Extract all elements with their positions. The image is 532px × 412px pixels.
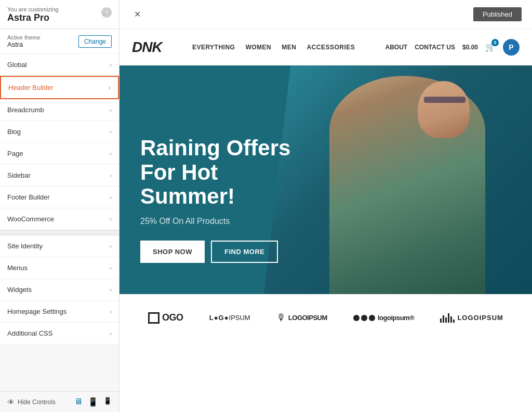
hide-controls-button[interactable]: 👁 Hide Controls <box>7 398 56 406</box>
desktop-icon[interactable]: 🖥 <box>74 397 83 407</box>
chevron-right-icon: › <box>110 61 112 69</box>
theme-name: Astra Pro <box>7 12 59 23</box>
hero-section: Raining Offers For Hot Summer! 25% Off O… <box>119 65 532 294</box>
chevron-right-icon: › <box>110 216 112 223</box>
tablet-icon[interactable]: 📱 <box>88 397 98 407</box>
logo-item-3: 🎙 LOGOIPSUM <box>276 312 327 323</box>
customizing-label: You are customizing <box>7 6 59 12</box>
main-navigation: EVERYTHING WOMEN MEN ACCESSORIES <box>192 44 355 51</box>
site-header: DNK EVERYTHING WOMEN MEN ACCESSORIES ABO… <box>119 29 532 65</box>
chevron-right-icon: › <box>110 330 112 337</box>
nav-accessories[interactable]: ACCESSORIES <box>307 44 355 51</box>
sidebar-header: You are customizing Astra Pro ? <box>0 0 119 29</box>
chevron-right-icon: › <box>110 150 112 157</box>
hero-content: Raining Offers For Hot Summer! 25% Off O… <box>119 136 338 294</box>
nav-men[interactable]: MEN <box>282 44 296 51</box>
logo-text-1: OGO <box>162 312 183 323</box>
sidebar-bottom: 👁 Hide Controls 🖥 📱 📱 <box>0 391 119 412</box>
menu-divider <box>0 230 119 235</box>
hero-title: Raining Offers For Hot Summer! <box>140 136 317 208</box>
sidebar-item-page[interactable]: Page › <box>0 143 119 165</box>
sidebar-item-woocommerce[interactable]: WooCommerce › <box>0 208 119 230</box>
website-preview: DNK EVERYTHING WOMEN MEN ACCESSORIES ABO… <box>119 29 532 412</box>
microphone-icon: 🎙 <box>276 312 286 323</box>
close-button[interactable]: ✕ <box>130 7 144 22</box>
logo-item-4: logoipsum® <box>353 314 414 322</box>
sidebar-item-widgets[interactable]: Widgets › <box>0 279 119 301</box>
chevron-right-icon: › <box>109 84 111 91</box>
chevron-right-icon: › <box>110 128 112 136</box>
logo-circles-icon <box>353 315 375 321</box>
mobile-icon[interactable]: 📱 <box>103 397 112 407</box>
main-preview: ✕ Published DNK EVERYTHING WOMEN MEN ACC… <box>119 0 532 412</box>
site-logo: DNK <box>132 39 162 56</box>
active-theme-value: Astra <box>7 41 41 48</box>
sidebar-item-homepage-settings[interactable]: Homepage Settings › <box>0 301 119 323</box>
sidebar-menu: Global › Header Builder › Breadcrumb › B… <box>0 54 119 391</box>
hero-image <box>324 65 490 294</box>
chevron-right-icon: › <box>110 308 112 315</box>
sidebar-item-menus[interactable]: Menus › <box>0 257 119 279</box>
eye-icon: 👁 <box>7 398 15 406</box>
chevron-right-icon: › <box>110 286 112 294</box>
chevron-right-icon: › <box>110 107 112 114</box>
customizer-top-bar: ✕ Published <box>119 0 532 29</box>
sidebar-item-header-builder[interactable]: Header Builder › <box>0 76 119 99</box>
sidebar-item-footer-builder[interactable]: Footer Builder › <box>0 187 119 208</box>
user-avatar[interactable]: P <box>503 39 520 56</box>
logo-item-1: OGO <box>148 312 183 324</box>
sidebar-item-additional-css[interactable]: Additional CSS › <box>0 323 119 344</box>
active-theme-label: Active theme <box>7 34 41 41</box>
logo-box-icon <box>148 312 159 324</box>
right-navigation: ABOUT CONTACT US $0.00 🛒 0 P <box>385 39 520 56</box>
nav-about[interactable]: ABOUT <box>385 44 408 51</box>
logo-bars-icon <box>440 313 455 323</box>
chevron-right-icon: › <box>110 264 112 272</box>
hide-controls-label: Hide Controls <box>18 398 56 406</box>
hero-buttons: SHOP NOW FIND MORE <box>140 241 317 263</box>
chevron-right-icon: › <box>110 243 112 250</box>
sidebar-item-global[interactable]: Global › <box>0 54 119 76</box>
active-theme-row: Active theme Astra Change <box>0 29 119 54</box>
logo-text-3: LOGOIPSUM <box>288 314 327 322</box>
published-button[interactable]: Published <box>473 7 522 21</box>
chevron-right-icon: › <box>110 172 112 179</box>
nav-contact[interactable]: CONTACT US <box>415 44 455 51</box>
sidebar-item-blog[interactable]: Blog › <box>0 121 119 143</box>
cart-badge: 0 <box>491 39 499 46</box>
sidebar-item-site-identity[interactable]: Site Identity › <box>0 235 119 257</box>
find-more-button[interactable]: FIND MORE <box>211 241 278 263</box>
cart-icon-wrap[interactable]: 🛒 0 <box>485 42 496 52</box>
logo-text-5: LOGOIPSUM <box>457 314 503 322</box>
nav-women[interactable]: WOMEN <box>245 44 271 51</box>
shop-now-button[interactable]: SHOP NOW <box>140 241 205 263</box>
sidebar-item-sidebar[interactable]: Sidebar › <box>0 165 119 187</box>
logo-text-2: L●G●IPSUM <box>209 314 250 322</box>
device-icons: 🖥 📱 📱 <box>74 397 112 407</box>
sidebar: You are customizing Astra Pro ? Active t… <box>0 0 119 412</box>
chevron-right-icon: › <box>110 194 112 201</box>
logo-item-5: LOGOIPSUM <box>440 313 503 323</box>
logo-item-2: L●G●IPSUM <box>209 314 250 322</box>
hero-subtitle: 25% Off On All Products <box>140 217 317 226</box>
help-icon[interactable]: ? <box>101 7 112 18</box>
logo-text-4: logoipsum® <box>378 314 414 322</box>
cart-price[interactable]: $0.00 <box>462 44 478 51</box>
logos-strip: OGO L●G●IPSUM 🎙 LOGOIPSUM logoipsum® <box>119 294 532 341</box>
change-theme-button[interactable]: Change <box>78 35 112 48</box>
sidebar-item-breadcrumb[interactable]: Breadcrumb › <box>0 99 119 121</box>
nav-everything[interactable]: EVERYTHING <box>192 44 235 51</box>
